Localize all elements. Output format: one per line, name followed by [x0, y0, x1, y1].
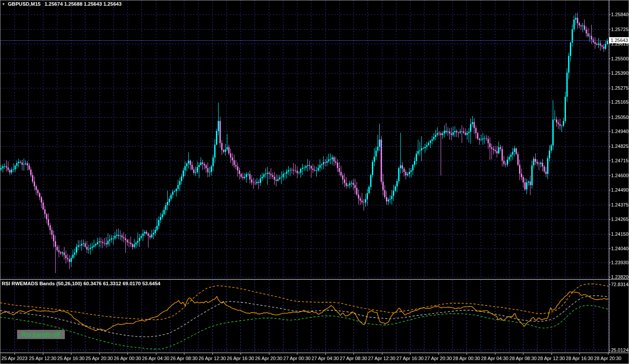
- price-axis-label: 1.25275: [611, 85, 629, 91]
- time-axis-label: 27 Apr 00:30: [283, 356, 311, 361]
- time-axis-label: 28 Apr 00:30: [453, 356, 480, 361]
- chart-title: ▼GBPUSD,M151.25674 1.25688 1.25643 1.256…: [2, 1, 122, 7]
- indicator-label: RSI RWEMADS Bands (50,26,100) 60.3476 61…: [2, 281, 160, 286]
- rsi-bands-off-button[interactable]: Rsi bands-off: [17, 330, 65, 339]
- price-axis-label: 1.24940: [611, 129, 629, 134]
- price-axis-label: 1.25050: [611, 115, 629, 120]
- time-axis-label: 28 Apr 12:30: [537, 356, 565, 361]
- price-axis-label: 1.25165: [611, 99, 629, 105]
- price-axis-label: 1.24265: [611, 217, 629, 222]
- time-axis-label: 26 Apr 04:30: [142, 356, 169, 361]
- symbol-timeframe-label: GBPUSD,M15: [8, 1, 41, 7]
- price-axis-label: 1.25840: [611, 12, 629, 17]
- time-axis-label: 28 Apr 04:30: [481, 356, 508, 361]
- price-axis-label: 1.24600: [611, 173, 629, 178]
- price-axis-label: 1.24040: [611, 246, 629, 251]
- time-axis-label: 27 Apr 16:30: [396, 356, 424, 361]
- time-axis-label: 28 Apr 16:30: [566, 356, 593, 361]
- price-axis-label: 1.25500: [611, 56, 629, 61]
- time-axis-label: 26 Apr 08:30: [170, 356, 198, 361]
- collapse-triangle-icon[interactable]: ▼: [2, 2, 5, 6]
- time-axis-label: 28 Apr 08:30: [509, 356, 537, 361]
- time-axis-label: 25 Apr 2023: [1, 356, 27, 361]
- time-axis-label: 25 Apr 12:30: [29, 356, 56, 361]
- time-axis-label: 26 Apr 12:30: [198, 356, 226, 361]
- time-axis-label: 26 Apr 20:30: [255, 356, 282, 361]
- time-axis-label: 27 Apr 20:30: [424, 356, 452, 361]
- indicator-axis-min-label: 25.0124: [611, 347, 629, 353]
- current-price-tag: 1.25643: [609, 37, 629, 43]
- time-axis-label: 27 Apr 04:30: [311, 356, 339, 361]
- price-axis-label: 1.23820: [611, 274, 629, 280]
- time-axis-label: 25 Apr 16:30: [57, 356, 85, 361]
- indicator-axis-max-label: 72.8314: [611, 282, 629, 287]
- time-axis-label: 25 Apr 20:30: [85, 356, 113, 361]
- price-axis-label: 1.24490: [611, 187, 629, 192]
- price-axis-label: 1.25725: [611, 27, 629, 32]
- ohlc-quotes-label: 1.25674 1.25688 1.25643 1.25643: [45, 1, 122, 7]
- time-axis-label: 27 Apr 08:30: [340, 356, 367, 361]
- mt4-chart-window: ▼GBPUSD,M151.25674 1.25688 1.25643 1.256…: [0, 0, 629, 364]
- price-axis-label: 1.25390: [611, 70, 629, 76]
- time-axis-label: 26 Apr 00:30: [114, 356, 141, 361]
- chart-canvas[interactable]: [0, 0, 629, 364]
- price-axis-label: 1.24825: [611, 144, 629, 149]
- time-axis-label: 26 Apr 16:30: [227, 356, 254, 361]
- price-axis-label: 1.23930: [611, 260, 629, 265]
- price-axis-label: 1.24150: [611, 231, 629, 237]
- price-axis-label: 1.24715: [611, 158, 629, 163]
- time-axis-label: 27 Apr 12:30: [368, 356, 395, 361]
- price-axis-label: 1.24375: [611, 202, 629, 207]
- time-axis-label: 28 Apr 20:30: [594, 356, 621, 361]
